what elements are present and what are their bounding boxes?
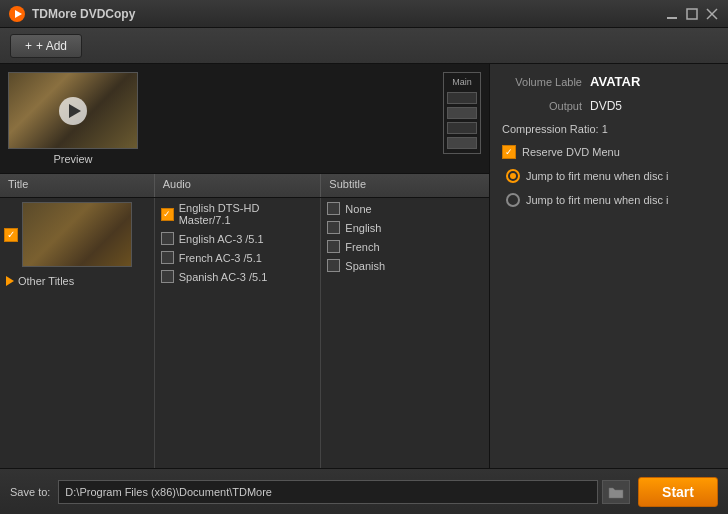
audio-track-4-label: Spanish AC-3 /5.1 [179,271,268,283]
subtitle-track-1-label: None [345,203,371,215]
subtitle-track-3-checkbox[interactable] [327,240,340,253]
subtitle-track-4-checkbox[interactable] [327,259,340,272]
volume-label: Volume Lable [502,76,582,88]
table-content: ✓ Other Titles English DTS-HD Master/7.1 [0,198,489,468]
title-column: ✓ Other Titles [0,198,155,468]
radio-row-1: Jump to firt menu when disc i [502,169,716,183]
preview-thumbnail[interactable] [8,72,138,149]
audio-track-1-label: English DTS-HD Master/7.1 [179,202,315,226]
other-titles-label: Other Titles [18,275,74,287]
audio-track-1: English DTS-HD Master/7.1 [161,202,315,226]
expand-icon [6,276,14,286]
film-cell [447,137,477,149]
output-label: Output [502,100,582,112]
audio-track-2: English AC-3 /5.1 [161,232,315,245]
audio-track-3-checkbox[interactable] [161,251,174,264]
reserve-dvd-row: Reserve DVD Menu [502,145,716,159]
radio-2-label: Jump to firt menu when disc i [526,194,668,206]
title-thumbnail [22,202,132,267]
main-content: Preview Main Title Audio Subtitle [0,64,728,468]
folder-button[interactable] [602,480,630,504]
subtitle-track-4-label: Spanish [345,260,385,272]
path-dropdown[interactable]: D:\Program Files (x86)\Document\TDMore [58,480,598,504]
radio-2[interactable] [506,193,520,207]
path-select-container: D:\Program Files (x86)\Document\TDMore [58,480,630,504]
subtitle-track-3-label: French [345,241,379,253]
svg-rect-2 [667,17,677,19]
close-icon[interactable] [704,6,720,22]
volume-value: AVATAR [590,74,640,89]
plus-icon: + [25,39,32,53]
subtitle-track-3: French [327,240,483,253]
other-titles-item[interactable]: Other Titles [0,271,154,291]
left-panel: Preview Main Title Audio Subtitle [0,64,490,468]
main-tab-label: Main [447,77,477,87]
toolbar: + + Add [0,28,728,64]
app-title: TDMore DVDCopy [32,7,135,21]
svg-rect-3 [687,9,697,19]
app-logo-icon [8,5,26,23]
preview-thumb-container: Preview [8,72,138,165]
radio-row-2: Jump to firt menu when disc i [502,193,716,207]
audio-column: English DTS-HD Master/7.1 English AC-3 /… [155,198,322,468]
film-cell [447,122,477,134]
title-thumb-row: ✓ [4,202,150,267]
minimize-icon[interactable] [664,6,680,22]
bottom-bar: Save to: D:\Program Files (x86)\Document… [0,468,728,514]
title-bar: TDMore DVDCopy [0,0,728,28]
subtitle-track-1: None [327,202,483,215]
main-tab[interactable]: Main [443,72,481,154]
subtitle-track-2-label: English [345,222,381,234]
radio-1-label: Jump to firt menu when disc i [526,170,668,182]
subtitle-column: None English French Spanish [321,198,489,468]
right-panel: Volume Lable AVATAR Output DVD5 Compress… [490,64,728,468]
compression-text: Compression Ratio: 1 [502,123,608,135]
audio-track-2-label: English AC-3 /5.1 [179,233,264,245]
subtitle-track-2-checkbox[interactable] [327,221,340,234]
audio-track-1-checkbox[interactable] [161,208,174,221]
output-value: DVD5 [590,99,622,113]
start-button[interactable]: Start [638,477,718,507]
output-row: Output DVD5 [502,99,716,113]
audio-track-3-label: French AC-3 /5.1 [179,252,262,264]
audio-track-3: French AC-3 /5.1 [161,251,315,264]
audio-track-4-checkbox[interactable] [161,270,174,283]
subtitle-track-2: English [327,221,483,234]
film-cell [447,107,477,119]
play-icon [69,104,81,118]
window-controls [664,6,720,22]
reserve-dvd-checkbox[interactable] [502,145,516,159]
title-item: ✓ [0,198,154,271]
reserve-dvd-label: Reserve DVD Menu [522,146,620,158]
add-button[interactable]: + + Add [10,34,82,58]
radio-1-inner [510,173,516,179]
col-title-header: Title [0,174,155,197]
subtitle-track-4: Spanish [327,259,483,272]
save-to-label: Save to: [10,486,50,498]
maximize-icon[interactable] [684,6,700,22]
film-cell [447,92,477,104]
preview-label: Preview [53,153,92,165]
col-subtitle-header: Subtitle [321,174,489,197]
audio-track-4: Spanish AC-3 /5.1 [161,270,315,283]
col-audio-header: Audio [155,174,322,197]
subtitle-track-1-checkbox[interactable] [327,202,340,215]
compression-row: Compression Ratio: 1 [502,123,716,135]
audio-track-2-checkbox[interactable] [161,232,174,245]
play-button[interactable] [59,97,87,125]
table-header: Title Audio Subtitle [0,174,489,198]
radio-1[interactable] [506,169,520,183]
preview-area: Preview Main [0,64,489,174]
add-button-label: + Add [36,39,67,53]
volume-row: Volume Lable AVATAR [502,74,716,89]
title-checkbox[interactable]: ✓ [4,228,18,242]
